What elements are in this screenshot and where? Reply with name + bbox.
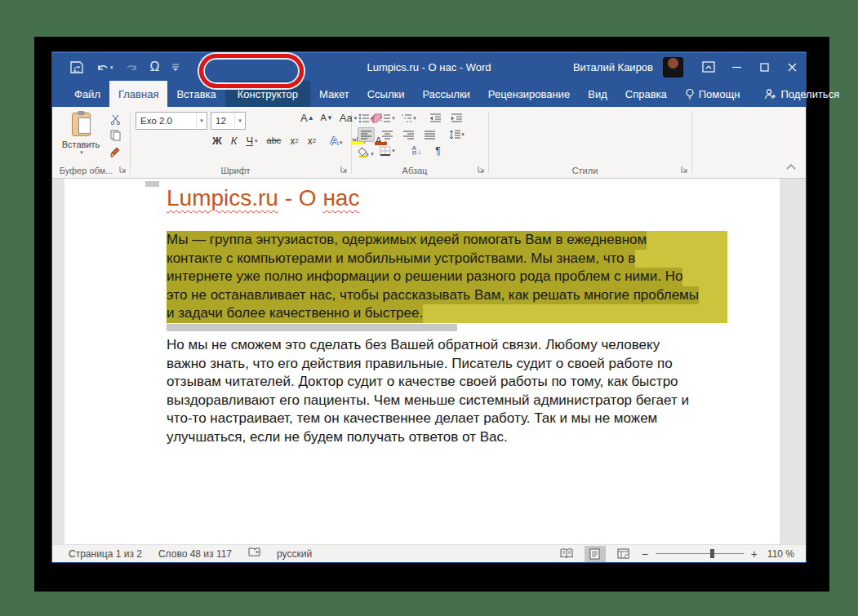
bullets-button[interactable]: ▾ (358, 111, 375, 126)
proofing-errors-button[interactable] (248, 547, 260, 561)
superscript-button[interactable]: x2 (307, 135, 317, 147)
zoom-percentage[interactable]: 110 % (765, 548, 794, 560)
zoom-slider[interactable] (656, 553, 744, 554)
grow-font-button[interactable]: A▲ (300, 112, 315, 124)
italic-button[interactable]: К (230, 135, 238, 147)
tab-help[interactable]: Справка (616, 81, 676, 107)
text-effects-button[interactable]: А▾ (330, 135, 343, 147)
account-user-name[interactable]: Виталий Каиров (573, 61, 653, 73)
word-window: ▾ Ω Lumpics.ru - О нас - Word Виталий Ка… (51, 51, 807, 563)
align-center-button[interactable] (379, 127, 396, 142)
bold-button[interactable]: Ж (211, 135, 223, 147)
close-button[interactable] (778, 54, 806, 81)
align-center-icon (382, 131, 393, 140)
insert-symbol-button[interactable]: Ω (150, 60, 160, 73)
paragraph-group-label: Абзац (351, 166, 478, 175)
numbering-button[interactable]: ▾ (379, 111, 396, 126)
shading-button[interactable]: ▾ (358, 144, 375, 158)
font-group-label: Шрифт (130, 166, 341, 175)
zoom-slider-thumb[interactable] (710, 549, 714, 558)
format-painter-button[interactable] (106, 144, 124, 159)
tab-mailings[interactable]: Рассылки (413, 81, 478, 107)
sort-button[interactable]: АЯ ↓ (408, 144, 425, 158)
multilevel-list-button[interactable]: ▾ (400, 111, 417, 126)
paste-button[interactable]: Вставить ▾ (59, 111, 103, 170)
underline-button[interactable]: Ч▾ (245, 135, 258, 147)
word-count[interactable]: Слово 48 из 117 (158, 548, 232, 560)
save-button[interactable] (70, 61, 84, 73)
document-heading[interactable]: Lumpics.ru - О нас (167, 185, 359, 211)
justify-button[interactable] (421, 127, 438, 142)
zoom-in-button[interactable]: + (751, 547, 758, 561)
highlighted-paragraph[interactable]: Мы — группа энтузиастов, одержимых идеей… (167, 231, 727, 331)
align-left-button[interactable] (358, 127, 375, 142)
save-icon (70, 61, 84, 73)
body-line: важно знать, что его действия правильные… (167, 355, 738, 374)
paragraph-dialog-launcher[interactable] (478, 165, 485, 175)
tab-share[interactable]: Поделиться (755, 81, 848, 107)
font-size-combo[interactable]: 12 ▾ (211, 112, 246, 130)
language-indicator[interactable]: русский (277, 548, 312, 560)
subscript-button[interactable]: x2 (289, 135, 299, 147)
decrease-indent-button[interactable] (427, 111, 444, 126)
redo-button[interactable] (126, 62, 138, 73)
line-spacing-button[interactable]: ▾ (448, 127, 465, 142)
document-area[interactable]: Lumpics.ru - О нас Мы — группа энтузиаст… (52, 179, 806, 544)
user-avatar[interactable] (663, 57, 683, 78)
paragraph-row-3: ▾ ▾ АЯ ↓ ¶ (358, 144, 447, 158)
copy-button[interactable] (106, 128, 124, 143)
cut-button[interactable] (106, 112, 124, 126)
clipboard-group-label: Буфер обм... (52, 166, 120, 175)
tab-layout[interactable]: Макет (310, 81, 358, 107)
increase-indent-button[interactable] (448, 111, 465, 126)
ribbon-display-options-button[interactable] (695, 54, 722, 81)
decrease-indent-icon (429, 113, 442, 123)
show-hide-marks-button[interactable]: ¶ (429, 144, 447, 158)
print-layout-button[interactable] (585, 546, 606, 562)
zoom-out-button[interactable]: − (642, 547, 648, 561)
align-right-button[interactable] (400, 127, 417, 142)
tab-design[interactable]: Конструктор (225, 81, 310, 107)
highlight-fill (699, 286, 727, 305)
tab-home[interactable]: Главная (109, 81, 167, 107)
minimize-button[interactable] (722, 54, 750, 81)
paste-label: Вставить (62, 140, 100, 149)
font-name-combo[interactable]: Exo 2.0 ▾ (136, 112, 207, 130)
bullets-icon (358, 113, 370, 123)
page-indicator[interactable]: Страница 1 из 2 (69, 548, 142, 560)
tab-review[interactable]: Рецензирование (479, 81, 579, 107)
collapse-ribbon-button[interactable] (786, 162, 796, 171)
font-dialog-launcher[interactable] (340, 165, 348, 175)
font-group: Exo 2.0 ▾ 12 ▾ A▲ A▼ Aa▾ Ж К Ч▾ abc x2 (130, 107, 351, 178)
tab-references[interactable]: Ссылки (358, 81, 414, 107)
borders-button[interactable]: ▾ (379, 144, 396, 158)
ribbon: Вставить ▾ Буфер обм... (52, 107, 806, 179)
dialog-launcher-icon (340, 166, 348, 173)
web-layout-button[interactable] (613, 546, 634, 562)
shrink-font-button[interactable]: A▼ (320, 113, 334, 123)
align-left-icon (361, 131, 371, 140)
heading-part-2: - О (278, 185, 322, 211)
redo-icon (126, 62, 138, 73)
paragraph-row-2: ▾ (358, 127, 465, 142)
tab-view[interactable]: Вид (579, 81, 616, 107)
tab-insert[interactable]: Вставка (167, 81, 225, 107)
document-page[interactable]: Lumpics.ru - О нас Мы — группа энтузиаст… (64, 179, 780, 544)
undo-icon (96, 62, 109, 73)
styles-dialog-launcher[interactable] (681, 165, 688, 175)
highlighted-line: Мы — группа энтузиастов, одержимых идеей… (167, 231, 727, 250)
borders-icon (380, 146, 391, 157)
tab-tell-me[interactable]: Помощн (676, 81, 749, 107)
ribbon-display-options-icon (702, 61, 715, 73)
page-top-selection-marker (145, 181, 159, 187)
customize-qat-button[interactable] (171, 63, 180, 71)
read-mode-button[interactable] (556, 546, 577, 562)
clipboard-dialog-launcher[interactable] (119, 165, 127, 175)
line-spacing-icon (449, 130, 460, 140)
tab-file[interactable]: Файл (65, 81, 109, 107)
undo-button[interactable]: ▾ (96, 62, 113, 73)
maximize-button[interactable] (750, 54, 778, 81)
body-paragraph[interactable]: Но мы не сможем это сделать без Вашей об… (167, 336, 738, 446)
strikethrough-button[interactable]: abc (266, 135, 282, 146)
highlighted-line: это не останавливает нас, чтобы рассказы… (167, 286, 727, 305)
